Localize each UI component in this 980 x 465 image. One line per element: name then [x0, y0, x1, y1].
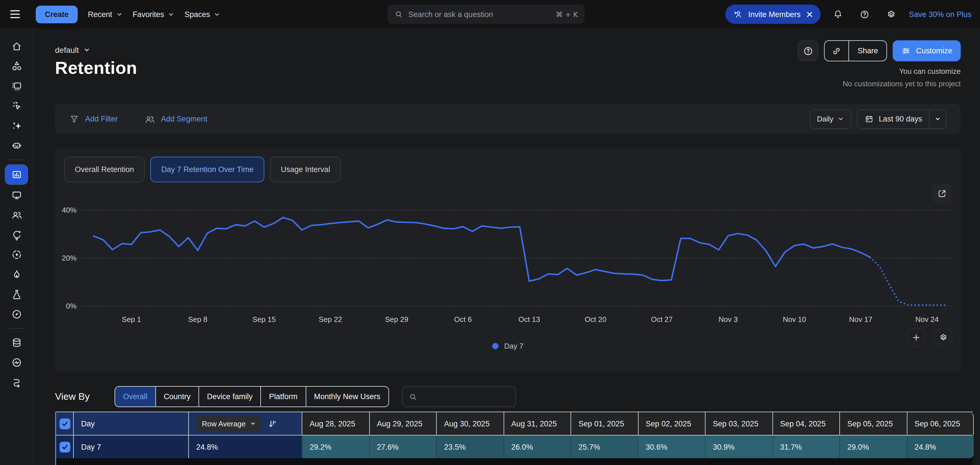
settings-gear-icon[interactable]	[882, 5, 900, 23]
row-label: Day 7	[73, 435, 188, 458]
sidebar-item-agent[interactable]	[6, 137, 27, 155]
sidebar-item-cursor-click[interactable]	[6, 97, 27, 115]
svg-text:Oct 6: Oct 6	[454, 315, 472, 324]
svg-text:0%: 0%	[66, 302, 76, 310]
retention-value-cell: 27.6%	[369, 435, 436, 458]
select-all-cell	[56, 412, 73, 435]
chevron-down-icon	[168, 11, 174, 17]
page-help-button[interactable]	[797, 40, 818, 61]
sidebar-item-home[interactable]	[6, 37, 27, 55]
sort-descending-icon[interactable]	[268, 419, 277, 428]
column-header-date: Sep 04, 2025	[772, 412, 839, 435]
filter-bar: Add Filter Add Segment Daily Last 90 day…	[55, 104, 961, 134]
copy-link-button[interactable]	[825, 41, 848, 61]
view-by-tab-country[interactable]: Country	[155, 386, 199, 407]
sidebar-item-insights[interactable]	[6, 226, 27, 244]
chevron-down-icon	[214, 11, 220, 17]
interval-select[interactable]: Daily	[810, 109, 851, 129]
close-icon[interactable]	[806, 11, 813, 18]
flow-icon	[11, 376, 22, 388]
hamburger-menu-icon[interactable]	[8, 6, 25, 23]
menu-spaces[interactable]: Spaces	[185, 10, 220, 18]
retention-line-chart[interactable]: 0%20%40%Sep 1Sep 8Sep 15Sep 22Sep 29Oct …	[60, 193, 956, 329]
breadcrumb-project-selector[interactable]: default	[55, 45, 90, 54]
view-by-tab-monthly-new-users[interactable]: Monthly New Users	[305, 386, 389, 407]
amplitude-app: Create Recent Favorites Spaces Search or…	[0, 0, 980, 465]
sidebar-item-experiments[interactable]	[6, 286, 27, 303]
svg-text:Sep 8: Sep 8	[188, 315, 207, 324]
row-checkbox[interactable]	[59, 441, 70, 452]
sidebar-item-charts[interactable]	[6, 165, 27, 184]
column-header-date: Aug 29, 2025	[369, 412, 436, 435]
sparkles-icon	[11, 120, 22, 132]
view-by-tab-overall[interactable]: Overall	[115, 386, 156, 407]
customize-button[interactable]: Customize	[892, 40, 961, 61]
table-next-row-clipped	[56, 458, 973, 465]
sidebar-item-session-replay[interactable]	[6, 246, 27, 264]
help-icon[interactable]	[856, 5, 873, 23]
sidebar-item-data[interactable]	[6, 334, 27, 352]
database-icon	[11, 337, 22, 348]
share-button[interactable]: Share	[848, 41, 886, 61]
date-range-caret[interactable]	[929, 110, 946, 128]
sidebar-item-monitoring[interactable]	[6, 354, 27, 371]
sidebar-item-heatmap[interactable]	[6, 266, 27, 283]
sidebar-item-workflows[interactable]	[6, 374, 27, 391]
sidebar-item-users[interactable]	[6, 206, 27, 224]
column-header-row-average: Row Average	[188, 412, 302, 435]
notifications-bell-icon[interactable]	[829, 5, 847, 23]
sidebar-item-discover[interactable]	[6, 305, 27, 323]
customizations-status: No customizations yet to this project	[843, 80, 961, 88]
search-input[interactable]: Search or ask a question ⌘ + K	[387, 5, 585, 24]
create-button[interactable]: Create	[36, 5, 78, 23]
chart-legend[interactable]: Day 7	[55, 342, 961, 350]
svg-text:Nov 3: Nov 3	[719, 315, 738, 324]
search-icon	[394, 10, 403, 19]
chevron-down-icon	[83, 46, 90, 53]
chart-tab-day-7-retention-over-time[interactable]: Day 7 Retention Over Time	[151, 157, 264, 182]
share-button-group: Share	[824, 40, 887, 61]
invite-members-button[interactable]: Invite Members	[725, 5, 821, 24]
check-icon	[61, 443, 68, 451]
shapes-icon	[11, 60, 22, 72]
column-header-day: Day	[73, 412, 188, 435]
pulse-icon	[11, 356, 22, 369]
sidebar-item-shapes[interactable]	[6, 58, 27, 75]
table-search-input[interactable]	[402, 386, 516, 407]
compass-icon	[11, 308, 22, 320]
sidebar-divider	[8, 328, 25, 329]
select-all-checkbox[interactable]	[59, 418, 70, 429]
column-header-date: Aug 28, 2025	[302, 412, 369, 435]
column-header-date: Sep 03, 2025	[705, 412, 772, 435]
menu-favorites[interactable]: Favorites	[133, 10, 174, 18]
view-by-tab-platform[interactable]: Platform	[261, 386, 306, 407]
add-segment-button[interactable]: Add Segment	[144, 113, 208, 125]
save-on-plus-link[interactable]: Save 30% on Plus	[909, 10, 972, 18]
add-filter-button[interactable]: Add Filter	[69, 114, 118, 124]
add-annotation-button[interactable]	[906, 328, 926, 347]
retention-value-cell: 25.7%	[571, 435, 638, 458]
calendar-icon	[865, 114, 874, 124]
svg-text:Oct 13: Oct 13	[519, 315, 540, 324]
sidebar-item-board[interactable]	[6, 77, 27, 95]
chart-tab-usage-interval[interactable]: Usage Interval	[270, 157, 341, 182]
legend-series-dot	[492, 343, 498, 349]
menu-recent[interactable]: Recent	[88, 10, 123, 18]
table-row-day7: Day 7 24.8% 29.2%27.6%23.5%26.0%25.7%30.…	[56, 435, 973, 458]
row-average-select[interactable]: Row Average	[196, 416, 261, 431]
svg-text:Nov 24: Nov 24	[915, 315, 939, 324]
chart-tab-overall-retention[interactable]: Overall Retention	[64, 157, 145, 182]
users-icon	[144, 113, 155, 125]
retention-value-cell: 31.7%	[772, 435, 839, 458]
retention-value-cell: 26.0%	[503, 435, 571, 458]
date-range-select[interactable]: Last 90 days	[857, 109, 947, 129]
chart-settings-button[interactable]	[934, 328, 953, 347]
main-content: default Retention Share Customize You ca…	[33, 29, 980, 465]
retention-value-cell: 30.6%	[638, 435, 705, 458]
view-by-tabs: OverallCountryDevice familyPlatformMonth…	[115, 386, 389, 407]
view-by-tab-device-family[interactable]: Device family	[199, 386, 261, 407]
svg-text:Sep 29: Sep 29	[385, 315, 408, 324]
sidebar-item-dashboards[interactable]	[6, 186, 27, 204]
sidebar-item-ai-sparkles[interactable]	[6, 117, 27, 134]
home-icon	[11, 40, 22, 52]
